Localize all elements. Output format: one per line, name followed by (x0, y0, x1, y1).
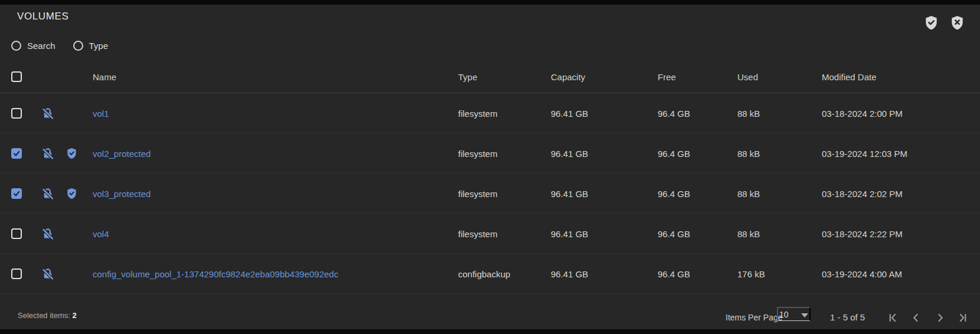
volume-free: 96.4 GB (658, 108, 690, 118)
row-checkbox[interactable] (11, 148, 22, 159)
volume-capacity: 96.41 GB (551, 268, 588, 279)
selected-count: 2 (73, 311, 77, 320)
column-header-free: Free (658, 72, 676, 82)
volumes-screen: VOLUMES Search (0, 0, 980, 334)
volume-type: filesystem (458, 188, 498, 198)
volume-modified-date: 03-18-2024 2:02 PM (822, 188, 903, 198)
volume-name-link[interactable]: vol2_protected (93, 148, 151, 158)
volume-modified-date: 03-18-2024 2:00 PM (822, 108, 903, 118)
volume-used: 176 kB (737, 268, 765, 279)
volume-capacity: 96.41 GB (551, 188, 588, 198)
next-page-button[interactable] (931, 309, 949, 326)
volume-capacity: 96.41 GB (551, 148, 588, 158)
row-checkbox[interactable] (11, 108, 22, 119)
table-row: vol4 filesystem 96.41 GB 96.4 GB 88 kB 0… (0, 214, 980, 254)
volumes-panel: VOLUMES Search (0, 5, 980, 329)
lock-off-icon (41, 227, 55, 241)
volume-name-link[interactable]: vol4 (93, 228, 109, 238)
column-header-modified-date: Modified Date (822, 72, 877, 82)
column-header-type: Type (458, 72, 478, 82)
first-page-icon (887, 312, 899, 324)
chevron-right-icon (934, 312, 946, 324)
volume-used: 88 kB (737, 228, 760, 238)
volume-used: 88 kB (737, 148, 760, 158)
volume-free: 96.4 GB (658, 188, 690, 198)
select-all-checkbox[interactable] (11, 71, 22, 82)
row-checkbox[interactable] (11, 228, 22, 239)
volume-used: 88 kB (737, 188, 760, 198)
first-page-button[interactable] (884, 309, 901, 326)
protected-shield-icon (66, 147, 78, 159)
items-per-page-label: Items Per Page (726, 313, 783, 322)
volume-name-link[interactable]: vol3_protected (93, 188, 151, 198)
volume-modified-date: 03-19-2024 4:00 AM (822, 268, 902, 279)
table-row: vol1 filesystem 96.41 GB 96.4 GB 88 kB 0… (0, 93, 980, 133)
volume-name-link[interactable]: vol1 (93, 108, 109, 118)
radio-icon (11, 41, 21, 51)
items-per-page-value: 10 (779, 310, 789, 319)
filter-label: Search (27, 41, 55, 51)
row-checkbox[interactable] (11, 188, 22, 199)
page-title: VOLUMES (17, 11, 68, 22)
volume-name-link[interactable]: config_volume_pool_1-1374290fc9824e2eba0… (93, 268, 338, 279)
column-header-capacity: Capacity (551, 72, 585, 82)
items-per-page-select[interactable]: 10 (777, 307, 811, 321)
volume-modified-date: 03-19-2024 12:03 PM (822, 148, 907, 158)
lock-off-icon (41, 146, 55, 161)
lock-off-icon (41, 186, 55, 201)
filter-option-type[interactable]: Type (73, 41, 109, 51)
filter-bar: Search Type (11, 41, 108, 51)
table-row: config_volume_pool_1-1374290fc9824e2eba0… (0, 254, 980, 294)
chevron-down-icon (801, 313, 808, 317)
last-page-icon (956, 312, 969, 324)
filter-label: Type (89, 41, 109, 51)
previous-page-button[interactable] (907, 309, 925, 326)
pagination-range: 1 - 5 of 5 (830, 312, 865, 322)
volume-used: 88 kB (737, 108, 760, 118)
column-header-used: Used (737, 72, 758, 82)
volume-type: filesystem (458, 108, 498, 118)
volume-capacity: 96.41 GB (551, 108, 588, 118)
volume-modified-date: 03-18-2024 2:22 PM (822, 228, 903, 238)
volume-type: filesystem (458, 228, 498, 238)
volume-capacity: 96.41 GB (551, 228, 588, 238)
volume-free: 96.4 GB (658, 228, 690, 238)
row-checkbox[interactable] (11, 268, 22, 279)
table-row: vol3_protected filesystem 96.41 GB 96.4 … (0, 173, 980, 214)
volume-free: 96.4 GB (658, 268, 690, 279)
volume-free: 96.4 GB (658, 148, 690, 158)
protected-shield-icon (66, 187, 78, 199)
lock-off-icon (41, 267, 55, 281)
last-page-button[interactable] (953, 309, 971, 326)
column-header-name: Name (93, 72, 116, 82)
shield-x-icon (949, 15, 965, 31)
protect-button[interactable] (922, 14, 940, 31)
shield-check-icon (923, 15, 939, 31)
table-header: Name Type Capacity Free Used Modified Da… (0, 61, 980, 93)
chevron-left-icon (910, 312, 922, 324)
selected-items-status: Selected items: 2 (18, 311, 77, 320)
table-row: vol2_protected filesystem 96.41 GB 96.4 … (0, 133, 980, 173)
volume-type: configbackup (458, 268, 510, 279)
filter-option-search[interactable]: Search (11, 41, 55, 51)
volume-type: filesystem (458, 148, 498, 158)
table-body: vol1 filesystem 96.41 GB 96.4 GB 88 kB 0… (0, 93, 980, 294)
unprotect-button[interactable] (948, 14, 966, 31)
radio-icon (73, 41, 83, 51)
lock-off-icon (41, 106, 55, 120)
